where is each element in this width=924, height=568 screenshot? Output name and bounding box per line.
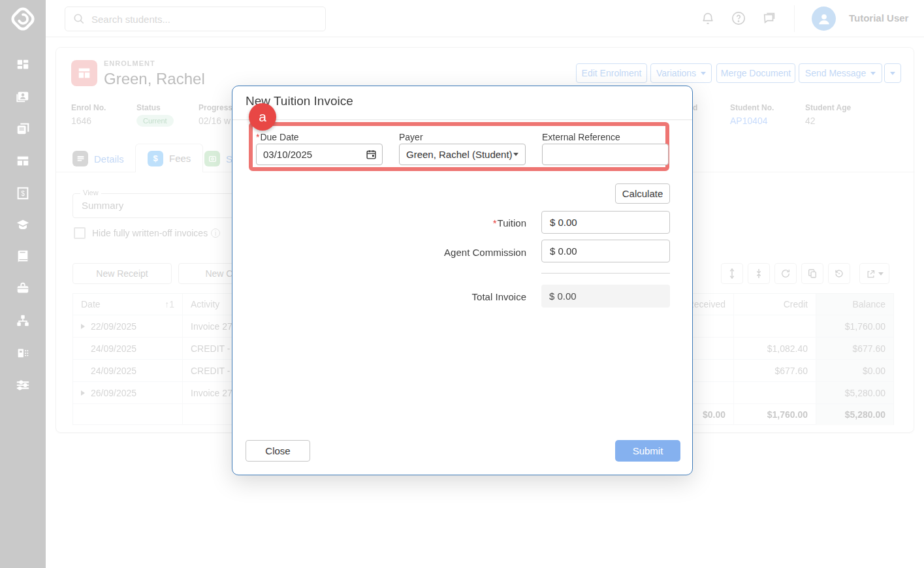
sidebar-item-education-icon[interactable] [16,217,30,232]
chevron-down-icon [878,272,884,276]
agent-commission-label: Agent Commission [330,247,526,258]
hide-writtenoff-checkbox[interactable] [74,227,86,239]
merge-document-button[interactable]: Merge Document [716,63,795,83]
sidebar-item-network-icon[interactable] [16,313,30,328]
chevron-down-icon [890,72,895,75]
student-age-value: 42 [805,116,816,126]
copy-icon [807,268,818,279]
variations-button[interactable]: Variations [650,63,712,83]
svg-text:$: $ [21,190,25,197]
collapse-all-button[interactable] [748,263,770,284]
agent-commission-input[interactable] [541,240,670,262]
col-date[interactable]: Date↑1 [73,294,183,315]
progress-value: 02/16 w [199,116,231,126]
student-no-label: Student No. [730,103,774,112]
topbar-divider [794,5,795,32]
collapse-rows-icon [754,268,763,279]
edit-enrolment-button[interactable]: Edit Enrolment [576,63,647,83]
submit-button[interactable]: Submit [615,440,680,462]
calendar-icon[interactable] [366,149,377,160]
calculate-button[interactable]: Calculate [615,183,670,204]
refresh-button[interactable] [774,263,797,284]
tuition-label: Tuition [330,217,526,229]
copy-button[interactable] [801,263,823,284]
app-logo-icon[interactable] [8,4,38,34]
dialog-header-divider [232,119,692,120]
sort-indicator: ↑1 [165,299,174,309]
chevron-down-icon [513,153,518,156]
new-tuition-invoice-dialog: New Tuition Invoice a Due Date Payer Ext… [232,86,693,475]
schedule-icon [204,151,220,166]
totals-divider [541,273,670,274]
sidebar-item-dashboard-icon[interactable] [16,58,30,72]
progress-label: Progress [199,103,232,112]
history-button[interactable] [828,263,850,284]
enrolment-icon [71,60,97,86]
status-label: Status [136,103,161,112]
payer-label: Payer [399,132,423,142]
tab-details[interactable]: Details [72,146,124,172]
sidebar-item-documents-icon[interactable] [16,122,30,136]
expand-row-icon[interactable] [81,324,85,329]
notifications-bell-icon[interactable] [701,11,715,25]
total-balance: $5,280.00 [816,404,893,425]
view-select-value: Summary [82,200,123,211]
sidebar-item-students-icon[interactable] [16,89,30,104]
view-select-label: View [80,189,101,197]
search-icon [73,13,85,25]
chat-icon[interactable] [762,11,776,25]
due-date-field[interactable] [256,144,383,165]
info-icon: i [211,229,220,238]
page-title: Green, Rachel [104,70,205,88]
fees-icon: $ [148,151,163,166]
tuition-input[interactable] [541,211,670,234]
expand-row-icon[interactable] [81,390,85,396]
col-credit[interactable]: Credit [734,294,816,315]
close-button[interactable]: Close [246,440,310,462]
external-reference-label: External Reference [542,132,620,142]
cut-off-label: d [693,103,697,112]
total-credit: $1,760.00 [734,404,816,425]
user-icon [817,12,831,26]
sidebar-item-settings-icon[interactable] [16,378,30,392]
sidebar-nav: $ [0,0,46,568]
sidebar-item-classes-icon[interactable] [16,154,30,168]
refresh-icon [780,268,791,279]
export-icon [866,269,876,279]
col-balance[interactable]: Balance [816,294,893,315]
details-icon [72,151,88,166]
status-badge: Current [136,115,174,127]
hide-writtenoff-label: Hide fully written-off invoicesi [92,228,220,238]
annotation-badge-a: a [249,103,276,131]
student-search[interactable] [65,7,326,31]
user-name[interactable]: Tutorial User [849,12,908,24]
enrol-no-value: 1646 [71,116,91,126]
avatar[interactable] [812,7,836,31]
help-icon[interactable] [731,11,746,25]
chevron-down-icon [701,72,706,75]
payer-select[interactable]: Green, Rachel (Student) [399,144,526,165]
tab-fees[interactable]: $ Fees [135,144,203,172]
chevron-down-icon [870,72,876,75]
search-input[interactable] [91,14,307,25]
sidebar-item-invoices-icon[interactable]: $ [16,186,30,200]
sidebar-item-courses-icon[interactable] [16,249,30,264]
section-label: ENROLMENT [104,59,155,67]
external-reference-input[interactable] [542,144,669,165]
new-receipt-button[interactable]: New Receipt [72,263,172,284]
due-date-input[interactable] [256,144,383,165]
more-actions-button[interactable] [884,63,901,83]
sidebar-item-services-icon[interactable] [16,281,30,296]
student-age-label: Student Age [805,103,851,112]
export-button[interactable] [859,263,889,284]
due-date-label: Due Date [256,132,299,142]
sidebar-item-organisation-icon[interactable] [16,345,30,360]
send-message-button[interactable]: Send Message [799,63,882,83]
payer-select-value: Green, Rachel (Student) [406,149,513,160]
expand-all-button[interactable] [721,263,743,284]
history-icon [834,268,844,279]
enrol-no-label: Enrol No. [71,103,106,112]
expand-rows-icon [727,268,737,279]
total-invoice-value [541,285,670,308]
student-no-link[interactable]: AP10404 [730,116,768,126]
